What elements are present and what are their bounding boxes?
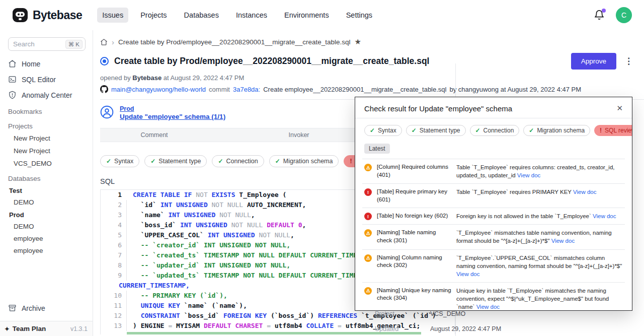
line-number: 2 [101,200,127,210]
meta-value: August 29, 2022 4:47 PM [430,325,501,332]
meta-label: Project [375,310,430,317]
code-line-text: UNIQUE KEY `name` (`name`), [127,301,247,311]
issue-title: Create table by Prod/employee__202208290… [114,56,429,66]
search-shortcut: ⌘ K [65,40,83,49]
view-doc-link[interactable]: View doc [573,189,596,195]
navbar-right: C [594,7,632,23]
check-badge-statement-type[interactable]: ✓Statement type [144,155,207,167]
archive-icon [8,304,17,312]
check-icon: ✓ [275,158,280,165]
check-badge-syntax[interactable]: ✓Syntax [100,155,139,167]
bytebase-app: Bytebase IssuesProjectsDatabasesInstance… [0,0,644,336]
sidebar-item-home[interactable]: Home [0,56,93,72]
line-number: 4 [101,220,127,230]
check-badge-label: Connection [226,158,258,165]
check-result-modal: Check result for Update "employee" schem… [355,97,632,311]
check-badge-migration-schema[interactable]: ✓Migration schema [269,155,339,167]
sidebar-db-item[interactable]: DEMO [0,221,93,233]
code-line-text: CURRENT_TIMESTAMP, [101,281,190,291]
bookmark-star-icon[interactable]: ★ [355,37,361,46]
bytebase-logo[interactable]: Bytebase [12,8,82,23]
rule-description: Table `T_Employee` requires PRIMARY KEY … [456,188,623,204]
approve-button[interactable]: Approve [571,53,616,70]
nav-item-projects[interactable]: Projects [135,8,172,23]
nav-item-instances[interactable]: Instances [231,8,272,23]
code-line-text: `id` INT UNSIGNED NOT NULL AUTO_INCREMEN… [127,200,306,210]
meta-row-project: ProjectVCS_DEMO [375,310,465,317]
view-doc-link[interactable]: View doc [456,271,479,277]
shield-icon [8,91,17,99]
view-doc-link[interactable]: View doc [551,238,575,244]
check-badge-syntax[interactable]: ✓Syntax [364,125,402,136]
check-badge-statement-type[interactable]: ✓Statement type [406,125,466,136]
sidebar-project-item[interactable]: New Project [0,132,93,145]
rule-description: Unique key in table `T_Employee` mismatc… [456,287,623,311]
sidebar-db-item[interactable]: employee [0,245,93,257]
issue-header: Create table by Prod/employee__202208290… [100,53,644,70]
sidebar-item-archive[interactable]: Archive [0,300,93,316]
issue-creator: Bytebase [132,74,162,82]
warning-icon: ⚠ [364,229,372,237]
notifications-bell-icon[interactable] [594,10,605,21]
check-result-row: ⚠[Naming] Unique key naming check (304)U… [362,282,625,311]
view-doc-link[interactable]: View doc [476,304,500,310]
sidebar-item-label: Home [22,60,40,68]
check-icon: ✓ [529,127,534,134]
error-icon: ! [350,158,352,165]
rule-name: [Table] No foreign key (602) [377,212,451,220]
stage-task-link[interactable]: Update "employee" schema (1/1) [120,113,225,120]
sidebar-section-databases: Databases [0,170,93,184]
code-line-text: `boss_id` INT UNSIGNED NOT NULL DEFAULT … [127,220,306,230]
sidebar-project-item[interactable]: VCS_DEMO [0,157,93,170]
sidebar-project-item[interactable]: New Project [0,145,93,157]
vcs-commit-message: Create employee__202208290001__migrate__… [263,86,446,93]
rule-name: [Naming] Unique key naming check (304) [377,287,451,311]
vcs-commit-link[interactable]: 3a7e8da: [233,86,260,93]
check-badge-label: Syntax [378,127,396,134]
meta-value: VCS_DEMO [430,310,465,317]
latest-button[interactable]: Latest [364,144,390,154]
plan-bar: ✦ Team Plan v1.3.1 [0,321,93,336]
assignee-icon [100,105,114,119]
modal-check-badges: ✓Syntax✓Statement type✓Connection✓Migrat… [355,118,632,136]
sidebar-section-bookmarks: Bookmarks [0,103,93,117]
sidebar-item-label: SQL Editor [22,76,56,84]
vcs-branch-link[interactable]: main@changyuwong/hello-world [111,86,206,93]
plan-label[interactable]: Team Plan [13,325,46,332]
close-icon[interactable]: ✕ [616,104,623,113]
issue-open-status-icon [100,57,109,65]
kebab-menu-icon[interactable]: ⋮ [624,56,633,66]
nav-item-issues[interactable]: Issues [97,8,128,23]
check-badge-connection[interactable]: ✓Connection [470,125,520,136]
nav-item-environments[interactable]: Environments [279,8,334,23]
check-icon: ✓ [150,158,155,165]
check-badge-migration-schema[interactable]: ✓Migration schema [523,125,590,136]
meta-row-updated: UpdatedAugust 29, 2022 4:47 PM [375,325,501,332]
line-number: 8 [101,260,127,271]
check-badge-connection[interactable]: ✓Connection [212,155,264,167]
search-input[interactable]: Search ⌘ K [8,37,86,51]
code-line-text: -- `updater_id` INT UNSIGNED NOT NULL, [127,260,290,271]
sidebar-item-anomaly-center[interactable]: Anomaly Center [0,87,93,103]
check-icon: ✓ [218,158,223,165]
code-line-text: -- `creator_id` INT UNSIGNED NOT NULL, [127,240,290,250]
code-line-text: -- `created_ts` TIMESTAMP NOT NULL DEFAU… [127,250,381,260]
view-doc-link[interactable]: View doc [593,213,616,219]
nav-item-settings[interactable]: Settings [341,8,377,23]
stage-env-link[interactable]: Prod [120,105,225,112]
view-doc-link[interactable]: View doc [517,172,540,178]
sidebar-db-item[interactable]: employee [0,233,93,245]
sidebar-item-sql-editor[interactable]: SQL Editor [0,72,93,87]
warning-icon: ⚠ [364,287,372,295]
sidebar-db-item[interactable]: DEMO [0,196,93,209]
user-avatar[interactable]: C [616,7,632,23]
check-badge-sql-review-failed[interactable]: !SQL review [594,125,632,136]
check-icon: ✓ [106,158,111,165]
check-icon: ✓ [475,127,480,134]
breadcrumb-path[interactable]: Create table by Prod/employee__202208290… [118,38,351,46]
home-icon[interactable] [100,38,108,46]
modal-header: Check result for Update "employee" schem… [355,97,632,118]
nav-item-databases[interactable]: Databases [179,8,224,23]
line-number: 10 [101,291,127,301]
warning-icon: ⚠ [364,164,372,171]
